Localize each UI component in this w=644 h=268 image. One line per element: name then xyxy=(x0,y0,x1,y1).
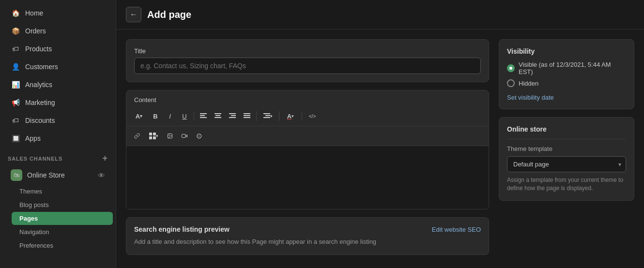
back-button[interactable]: ← xyxy=(126,7,141,22)
sidebar-item-label: Customers xyxy=(25,63,58,71)
toolbar-italic-btn[interactable]: I xyxy=(163,109,177,123)
toolbar-align-center-btn[interactable] xyxy=(211,109,225,123)
sidebar-item-themes[interactable]: Themes xyxy=(12,185,113,198)
content-label: Content xyxy=(126,90,489,104)
sidebar-item-preferences[interactable]: Preferences xyxy=(12,239,113,252)
set-visibility-date-link[interactable]: Set visibility date xyxy=(507,94,554,101)
marketing-icon: 📢 xyxy=(11,98,20,107)
sidebar-item-label: Apps xyxy=(25,134,41,142)
content-editor-section: Content A ▾ B I U xyxy=(126,90,489,209)
title-section: Title xyxy=(126,39,489,82)
toolbar-underline-btn[interactable]: U xyxy=(178,109,191,123)
toolbar-sep4 xyxy=(302,111,302,121)
svg-rect-10 xyxy=(244,115,250,116)
content-area: Title Content A ▾ B I U xyxy=(116,30,644,268)
panel-divider xyxy=(507,139,626,139)
right-column: Visibility Visible (as of 12/3/2021, 5:4… xyxy=(499,39,634,258)
hidden-radio[interactable] xyxy=(507,79,515,87)
sidebar-item-online-store[interactable]: 🛍 Online Store 👁 xyxy=(3,166,113,184)
pages-label: Pages xyxy=(19,215,38,222)
online-store-label: Online Store xyxy=(27,171,65,179)
svg-rect-11 xyxy=(244,117,250,118)
toolbar-table-btn[interactable]: ▾ xyxy=(145,129,162,143)
seo-section: Search engine listing preview Edit websi… xyxy=(126,217,489,255)
back-icon: ← xyxy=(130,10,138,19)
home-icon: 🏠 xyxy=(11,8,20,18)
sidebar-item-apps[interactable]: 🔲 Apps xyxy=(3,130,113,147)
main-content: ← Add page Title Content A ▾ B xyxy=(116,0,644,268)
toolbar-sep1 xyxy=(194,111,194,121)
sidebar-item-analytics[interactable]: 📊 Analytics xyxy=(3,76,113,93)
svg-rect-13 xyxy=(265,115,270,116)
toolbar-align-right-btn[interactable] xyxy=(226,109,239,123)
svg-rect-9 xyxy=(244,113,250,114)
left-column: Title Content A ▾ B I U xyxy=(126,39,489,258)
sidebar-item-pages[interactable]: Pages xyxy=(12,212,113,225)
sidebar-item-navigation[interactable]: Navigation xyxy=(12,225,113,238)
svg-rect-2 xyxy=(200,117,207,118)
sidebar-item-customers[interactable]: 👤 Customers xyxy=(3,58,113,75)
sidebar-item-products[interactable]: 🏷 Products xyxy=(3,40,113,58)
svg-rect-7 xyxy=(231,115,236,116)
sidebar-item-orders[interactable]: 📦 Orders xyxy=(3,22,113,40)
sidebar-item-blog-posts[interactable]: Blog posts xyxy=(12,198,113,211)
page-header: ← Add page xyxy=(116,0,644,30)
toolbar-source-btn[interactable]: </> xyxy=(305,109,320,123)
sidebar-item-label: Analytics xyxy=(25,81,52,89)
products-icon: 🏷 xyxy=(11,44,20,54)
sidebar-item-discounts[interactable]: 🏷 Discounts xyxy=(3,112,113,129)
sidebar-item-home[interactable]: 🏠 Home xyxy=(3,4,113,22)
sales-channels-label: SALES CHANNELS + xyxy=(0,148,116,165)
svg-rect-8 xyxy=(229,117,236,118)
hidden-label: Hidden xyxy=(519,80,538,87)
seo-title: Search engine listing preview xyxy=(134,225,230,233)
svg-rect-17 xyxy=(149,136,152,139)
theme-template-select[interactable]: Default page xyxy=(507,156,626,172)
online-store-icon: 🛍 xyxy=(11,169,22,181)
toolbar-sep3 xyxy=(279,111,279,121)
svg-point-20 xyxy=(169,135,170,136)
toolbar-align-left-btn[interactable] xyxy=(197,109,210,123)
toolbar-font-color-btn[interactable]: A ▾ xyxy=(282,109,299,123)
sidebar-item-label: Products xyxy=(25,45,52,53)
sidebar-item-label: Orders xyxy=(25,27,46,35)
customers-icon: 👤 xyxy=(11,62,20,72)
visible-radio[interactable] xyxy=(507,64,515,72)
seo-header: Search engine listing preview Edit websi… xyxy=(134,225,481,233)
toolbar-image-btn[interactable] xyxy=(163,129,177,143)
toolbar-bold-btn[interactable]: B xyxy=(149,109,162,123)
edit-seo-link[interactable]: Edit website SEO xyxy=(432,226,481,233)
page-title: Add page xyxy=(147,9,191,20)
visibility-visible-option[interactable]: Visible (as of 12/3/2021, 5:44 AM EST) xyxy=(507,61,626,75)
analytics-icon: 📊 xyxy=(11,80,20,89)
preferences-label: Preferences xyxy=(19,242,53,249)
add-sales-channel-icon[interactable]: + xyxy=(103,153,108,164)
online-store-panel: Online store Theme template Default page… xyxy=(499,117,634,201)
apps-icon: 🔲 xyxy=(11,134,20,143)
title-input[interactable] xyxy=(134,58,481,74)
svg-rect-12 xyxy=(263,113,270,114)
sidebar-item-label: Home xyxy=(25,9,43,17)
svg-rect-14 xyxy=(263,117,270,118)
toolbar-indent-btn[interactable]: ▾ xyxy=(259,109,276,123)
editor-body[interactable] xyxy=(126,146,489,209)
discounts-icon: 🏷 xyxy=(11,116,20,125)
visible-label: Visible (as of 12/3/2021, 5:44 AM EST) xyxy=(519,61,626,75)
toolbar-sep2 xyxy=(256,111,257,121)
sidebar: 🏠 Home 📦 Orders 🏷 Products 👤 Customers 📊… xyxy=(0,0,116,268)
theme-template-note: Assign a template from your current them… xyxy=(507,176,626,193)
toolbar-embed-btn[interactable]: ⊙ xyxy=(192,129,206,143)
visibility-title: Visibility xyxy=(507,47,626,55)
toolbar-heading-btn[interactable]: A ▾ xyxy=(130,109,148,123)
theme-template-select-wrapper: Default page ▾ xyxy=(507,156,626,172)
toolbar-link-btn[interactable] xyxy=(130,129,144,143)
svg-marker-21 xyxy=(185,135,187,137)
visibility-toggle-icon[interactable]: 👁 xyxy=(98,171,105,179)
toolbar-video-btn[interactable] xyxy=(178,129,191,143)
editor-toolbar-row2: ▾ ⊙ xyxy=(126,126,489,146)
sidebar-item-marketing[interactable]: 📢 Marketing xyxy=(3,94,113,111)
title-label: Title xyxy=(134,47,481,55)
visibility-hidden-option[interactable]: Hidden xyxy=(507,79,626,87)
toolbar-align-justify-btn[interactable] xyxy=(240,109,254,123)
sidebar-item-label: Discounts xyxy=(25,117,55,124)
